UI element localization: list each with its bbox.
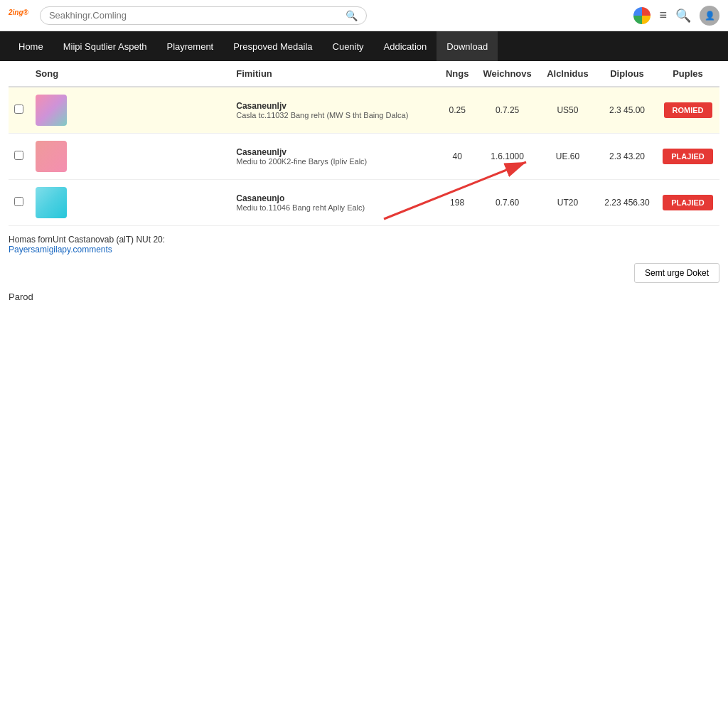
row1-weichnovs: 0.7.25 — [477, 87, 537, 134]
row1-checkbox-cell — [9, 87, 30, 134]
footer-info: Homas fornUnt Castanovab (alT) NUt 20: P… — [0, 226, 728, 257]
top-bar: 2ing® Seakhingr.Comling 🔍 ≡ 🔍 👤 — [0, 0, 728, 31]
nav-addication[interactable]: Addication — [374, 31, 437, 61]
row1-puples: ROMIED — [656, 87, 719, 134]
search-input[interactable]: Seakhingr.Comling — [49, 10, 346, 21]
row3-puples: PLAJIED — [656, 180, 719, 226]
row2-puples: PLAJIED — [656, 134, 719, 180]
row1-play-button[interactable]: ROMIED — [664, 102, 712, 118]
nav-home[interactable]: Home — [9, 31, 53, 61]
row1-desc: Casla tc.11032 Bang reht (MW S tht Baing… — [236, 111, 432, 119]
row3-checkbox-cell — [9, 180, 30, 226]
row3-checkbox[interactable] — [14, 197, 23, 206]
logo-text: 2ing — [9, 8, 23, 16]
col-checkbox — [9, 61, 30, 87]
footer-submit-row: Semt urge Doket — [0, 257, 728, 289]
nav-miipi[interactable]: Miipi Squtlier Aspeth — [53, 31, 157, 61]
row1-thumbnail — [36, 95, 67, 126]
logo-sup: ® — [23, 8, 28, 16]
col-weichnovs-header: Weichnovs — [477, 61, 537, 87]
row3-song-cell — [30, 180, 231, 226]
row1-checkbox[interactable] — [14, 105, 23, 114]
footer-info-line: Homas fornUnt Castanovab (alT) NUt 20: — [9, 235, 719, 245]
col-diplous-header: Diplous — [598, 61, 656, 87]
col-nngs-header: Nngs — [437, 61, 477, 87]
grid-icon[interactable]: ≡ — [659, 8, 667, 23]
nav-cuenity[interactable]: Cuenity — [323, 31, 374, 61]
top-right-controls: ≡ 🔍 👤 — [633, 6, 719, 26]
row3-play-button[interactable]: PLAJIED — [663, 195, 712, 210]
footer-link[interactable]: Payersamigilapy.comments — [9, 245, 112, 255]
songs-table: Song Fimitiun Nngs Weichnovs Alclnidus D… — [9, 61, 719, 226]
row1-song-cell — [30, 87, 231, 134]
col-alclnidus-header: Alclnidus — [537, 61, 598, 87]
svg-line-1 — [384, 162, 526, 219]
main-table-container: Song Fimitiun Nngs Weichnovs Alclnidus D… — [0, 61, 728, 226]
search-button[interactable]: 🔍 — [346, 10, 358, 21]
row1-diplous: 2.3 45.00 — [598, 87, 656, 134]
search-icon[interactable]: 🔍 — [675, 8, 691, 23]
col-puples-header: Puples — [656, 61, 719, 87]
row3-thumbnail — [36, 187, 67, 218]
row3-diplous: 2.23 456.30 — [598, 180, 656, 226]
chrome-icon — [633, 7, 651, 24]
row1-alclnidus: US50 — [537, 87, 598, 134]
table-row: Casaneunljv Casla tc.11032 Bang reht (MW… — [9, 87, 719, 134]
table-row: Casaneunljv Mediu to 200K2-fine Barys (I… — [9, 134, 719, 180]
submit-button[interactable]: Semt urge Doket — [634, 263, 719, 283]
col-fimitiun-header: Fimitiun — [230, 61, 437, 87]
nav-prespoved[interactable]: Prespoved Medaila — [223, 31, 322, 61]
red-arrow-svg — [384, 155, 569, 240]
row1-title: Casaneunljv — [236, 101, 432, 111]
parod-text: Parod — [0, 289, 728, 311]
row2-play-button[interactable]: PLAJIED — [663, 149, 712, 164]
row2-checkbox[interactable] — [14, 151, 23, 160]
row2-checkbox-cell — [9, 134, 30, 180]
nav-bar: Home Miipi Squtlier Aspeth Playrement Pr… — [0, 31, 728, 61]
logo[interactable]: 2ing® — [9, 6, 28, 26]
avatar[interactable]: 👤 — [700, 6, 719, 26]
nav-playrement[interactable]: Playrement — [156, 31, 223, 61]
row1-fimitiun-cell: Casaneunljv Casla tc.11032 Bang reht (MW… — [230, 87, 437, 134]
col-song-header: Song — [30, 61, 231, 87]
row2-diplous: 2.3 43.20 — [598, 134, 656, 180]
table-row: Casaneunjo Mediu to.11046 Bang reht Apli… — [9, 180, 719, 226]
row1-nngs: 0.25 — [437, 87, 477, 134]
search-bar: Seakhingr.Comling 🔍 — [40, 6, 367, 25]
nav-download[interactable]: Download — [437, 31, 498, 61]
row2-thumbnail — [36, 141, 67, 172]
row2-song-cell — [30, 134, 231, 180]
